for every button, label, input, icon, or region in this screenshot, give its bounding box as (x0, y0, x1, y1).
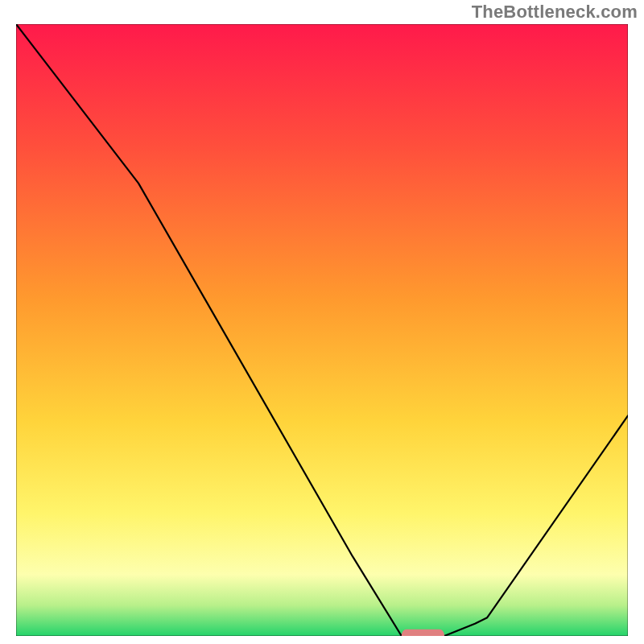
chart-container: TheBottleneck.com (0, 0, 644, 644)
optimal-marker (402, 630, 444, 636)
bottleneck-chart (16, 24, 628, 636)
watermark-text: TheBottleneck.com (472, 2, 638, 23)
plot-background (16, 24, 628, 636)
